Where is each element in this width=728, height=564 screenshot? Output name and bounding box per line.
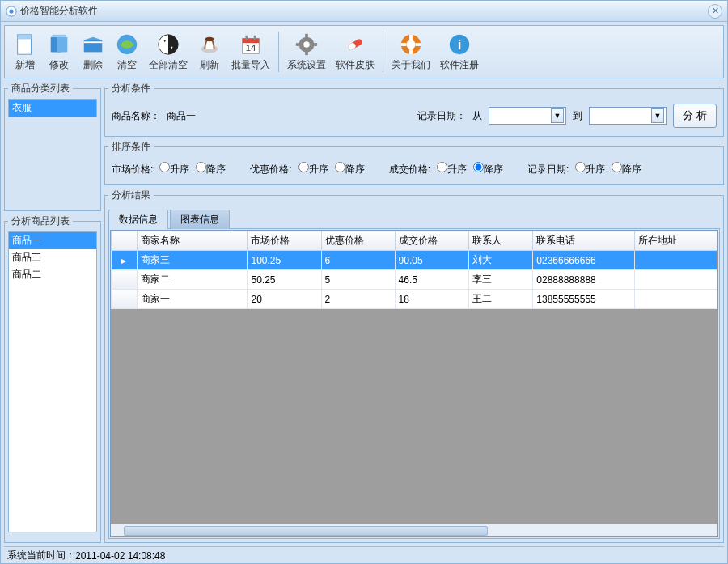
product-item[interactable]: 商品二	[9, 266, 96, 283]
status-time: 2011-04-02 14:08:48	[75, 550, 165, 562]
product-listbox[interactable]: 商品一商品三商品二	[8, 231, 97, 532]
calendar-icon: 14	[239, 32, 263, 57]
toolbar-refresh[interactable]: 刷新	[193, 29, 226, 75]
table-cell: 王二	[468, 290, 533, 309]
product-item[interactable]: 商品三	[9, 249, 96, 266]
toolbar-import[interactable]: 14 批量导入	[226, 29, 275, 75]
column-header[interactable]: 所在地址	[634, 231, 717, 251]
svg-rect-3	[18, 34, 32, 39]
toolbar-edit[interactable]: 修改	[42, 29, 76, 75]
svg-rect-24	[296, 43, 301, 46]
info-icon: i	[447, 32, 472, 57]
statusbar: 系统当前时间： 2011-04-02 14:08:48	[4, 546, 724, 564]
name-value: 商品一	[167, 109, 196, 123]
pill-icon	[343, 32, 367, 57]
data-grid[interactable]: 商家名称市场价格优惠价格成交价格联系人联系电话所在地址▸商家三100.25690…	[110, 230, 718, 537]
table-cell: 02888888888	[533, 270, 634, 290]
column-header[interactable]: 市场价格	[248, 231, 321, 251]
svg-text:i: i	[458, 36, 462, 52]
table-row[interactable]: ▸商家三100.25690.05刘大02366666666	[112, 251, 717, 270]
toolbar-skin[interactable]: 软件皮肤	[331, 29, 379, 75]
toolbar-clearall[interactable]: 全部清空	[144, 29, 193, 75]
svg-point-1	[9, 9, 13, 13]
table-cell: 50.25	[248, 270, 321, 290]
table-cell: 5	[321, 270, 395, 290]
category-item[interactable]: 衣服	[9, 100, 96, 117]
horizontal-scrollbar[interactable]	[111, 524, 717, 536]
table-cell: 18	[395, 290, 468, 309]
sort-radio[interactable]: 升序	[437, 162, 467, 176]
column-header[interactable]: 联系电话	[533, 231, 634, 251]
status-label: 系统当前时间：	[7, 549, 75, 562]
table-cell	[634, 270, 717, 290]
date-from-select[interactable]: ▼	[489, 107, 566, 125]
lifebuoy-icon	[399, 32, 423, 57]
category-listbox[interactable]: 衣服	[8, 99, 97, 117]
sort-radio[interactable]: 降序	[473, 162, 503, 176]
table-cell: 13855555555	[533, 290, 634, 309]
to-label: 到	[573, 109, 582, 123]
product-item[interactable]: 商品一	[9, 232, 96, 249]
app-icon	[6, 6, 17, 17]
condition-group: 分析条件 商品名称： 商品一 记录日期： 从 ▼ 到 ▼ 分 析	[104, 82, 724, 137]
close-button[interactable]: ✕	[708, 4, 722, 19]
table-cell	[634, 290, 717, 309]
table-cell: 商家二	[137, 270, 248, 290]
toolbar-clear[interactable]: 清空	[110, 29, 144, 75]
date-label: 记录日期：	[417, 109, 466, 123]
svg-point-29	[406, 40, 415, 49]
name-label: 商品名称：	[112, 109, 160, 123]
sort-radio[interactable]: 升序	[575, 162, 605, 176]
sort-group-label: 市场价格:	[112, 163, 153, 176]
svg-rect-25	[313, 43, 318, 46]
result-group: 分析结果 数据信息图表信息 商家名称市场价格优惠价格成交价格联系人联系电话所在地…	[104, 189, 724, 543]
svg-rect-5	[57, 36, 67, 52]
toolbar-about[interactable]: 关于我们	[387, 29, 435, 75]
toolbar-delete[interactable]: 删除	[76, 29, 110, 75]
delete-icon	[81, 32, 105, 57]
table-cell: 6	[321, 251, 395, 270]
clearall-icon	[156, 32, 180, 57]
table-cell: 46.5	[395, 270, 468, 290]
edit-icon	[47, 32, 71, 57]
toolbar-settings[interactable]: 系统设置	[282, 29, 331, 75]
sort-group: 排序条件 市场价格:升序降序优惠价格:升序降序成交价格:升序降序记录日期:升序降…	[104, 140, 724, 185]
sort-radio[interactable]: 降序	[335, 162, 365, 176]
column-header[interactable]: 优惠价格	[321, 231, 395, 251]
row-indicator: ▸	[112, 251, 138, 270]
result-tab[interactable]: 图表信息	[170, 210, 230, 229]
sort-radio[interactable]: 降序	[196, 162, 226, 176]
dropdown-icon: ▼	[651, 108, 664, 123]
result-tabs: 数据信息图表信息	[108, 209, 720, 228]
scroll-thumb[interactable]	[124, 526, 488, 536]
svg-rect-18	[245, 35, 248, 40]
column-header[interactable]: 商家名称	[137, 231, 248, 251]
svg-rect-6	[53, 34, 66, 36]
new-icon	[13, 32, 37, 57]
sort-radio[interactable]: 降序	[612, 162, 641, 176]
column-header[interactable]: 成交价格	[395, 231, 468, 251]
result-tab[interactable]: 数据信息	[108, 210, 168, 229]
sort-group-label: 优惠价格:	[250, 163, 291, 176]
sort-radio[interactable]: 升序	[298, 162, 328, 176]
clear-icon	[115, 32, 139, 57]
result-title: 分析结果	[108, 189, 154, 202]
category-group: 商品分类列表 衣服	[4, 82, 101, 211]
toolbar-register[interactable]: i 软件注册	[435, 29, 484, 75]
analyze-button[interactable]: 分 析	[673, 104, 717, 128]
table-row[interactable]: 商家一20218王二13855555555	[112, 290, 717, 309]
table-cell: 02366666666	[533, 251, 634, 270]
close-icon: ✕	[712, 6, 719, 16]
svg-point-21	[303, 41, 310, 48]
svg-rect-19	[254, 35, 256, 40]
toolbar-separator	[278, 32, 279, 72]
date-to-select[interactable]: ▼	[589, 107, 667, 125]
sort-radio[interactable]: 升序	[159, 162, 189, 176]
svg-text:14: 14	[246, 42, 256, 52]
table-row[interactable]: 商家二50.25546.5李三02888888888	[112, 270, 717, 290]
refresh-icon	[197, 32, 222, 57]
column-header[interactable]: 联系人	[468, 231, 533, 251]
product-title: 分析商品列表	[8, 214, 73, 228]
gear-icon	[294, 32, 319, 57]
toolbar-new[interactable]: 新增	[8, 29, 42, 75]
